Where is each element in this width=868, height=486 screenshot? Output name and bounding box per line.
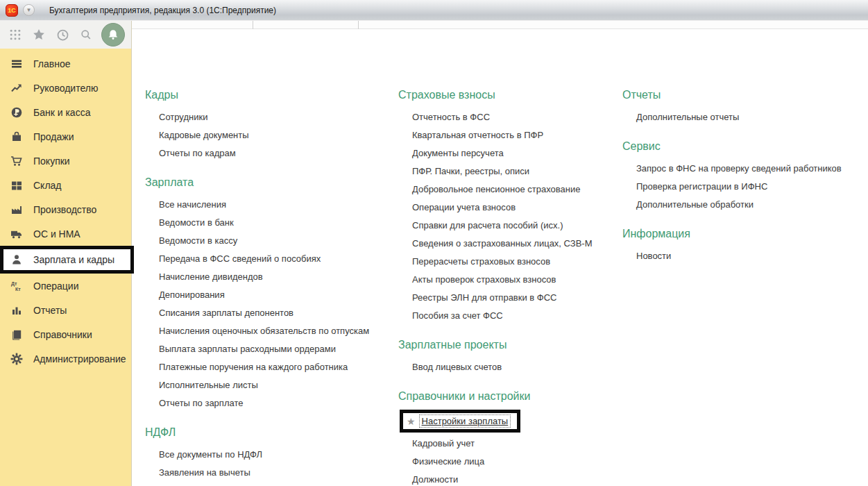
section-link-label: Ввод лицевых счетов xyxy=(412,362,502,372)
left-panel: ГлавноеРуководителюБанк и кассаПродажиПо… xyxy=(0,21,132,486)
cart-icon xyxy=(9,155,24,167)
section-link[interactable]: Начисления оценочных обязательств по отп… xyxy=(145,322,369,340)
section-link[interactable]: Физические лица xyxy=(398,453,593,471)
sidebar-item-reports[interactable]: Отчеты xyxy=(0,298,131,322)
section-title: Отчеты xyxy=(622,88,842,102)
sidebar-item-production[interactable]: Производство xyxy=(0,197,131,221)
1c-logo-text: 1С xyxy=(8,7,16,14)
sidebar-item-sales[interactable]: Продажи xyxy=(0,124,131,149)
sidebar-item-label: Руководителю xyxy=(33,83,98,94)
section-link[interactable]: Все начисления xyxy=(145,196,369,214)
section-link-label: Отчетность в ФСС xyxy=(412,112,490,122)
section-link[interactable]: Исполнительные листы xyxy=(145,376,369,394)
section-link[interactable]: Кадровый учет xyxy=(398,435,593,453)
section-title: Сервис xyxy=(622,140,842,153)
section-link-label: Запрос в ФНС на проверку сведений работн… xyxy=(636,163,842,174)
section-link[interactable]: Документы персучета xyxy=(398,144,593,162)
section-link[interactable]: Передача в ФСС сведений о пособиях xyxy=(145,250,369,268)
section-link[interactable]: Ввод лицевых счетов xyxy=(398,358,593,376)
section-link-label: Проверка регистрации в ИФНС xyxy=(636,181,767,192)
section-link[interactable]: Пособия за счет ФСС xyxy=(398,307,593,325)
section-link-label: Списания зарплаты депонентов xyxy=(159,308,293,318)
sidebar-item-operations[interactable]: ДтКтОперации xyxy=(0,274,131,298)
section-link[interactable]: Ведомости в кассу xyxy=(145,232,369,250)
sidebar-item-label: Справочники xyxy=(33,329,92,340)
sidebar-item-warehouse[interactable]: Склад xyxy=(0,173,131,197)
trend-icon xyxy=(9,82,24,94)
section-link[interactable]: Ведомости в банк xyxy=(145,214,369,232)
section-link-label: Квартальная отчетность в ПФР xyxy=(412,130,543,140)
section-link[interactable]: Депонирования xyxy=(145,286,369,304)
menu-section: ЗарплатаВсе начисленияВедомости в банкВе… xyxy=(145,176,369,412)
section-title: Информация xyxy=(622,227,842,241)
section-link[interactable]: Заявления на вычеты xyxy=(145,464,369,482)
section-link[interactable]: Новости xyxy=(622,247,842,265)
sidebar-item-os-nma[interactable]: ОС и НМА xyxy=(0,221,131,246)
section-link[interactable]: Все документы по НДФЛ xyxy=(145,446,369,464)
favorite-star-icon[interactable]: ★ xyxy=(407,417,416,426)
search-icon[interactable] xyxy=(78,26,94,43)
section-link[interactable]: Кадровые документы xyxy=(145,126,369,144)
book-icon xyxy=(9,328,24,341)
section-link[interactable]: Платежные поручения на каждого работника xyxy=(145,358,369,376)
sidebar-item-main[interactable]: Главное xyxy=(0,51,131,76)
menu-section: СервисЗапрос в ФНС на проверку сведений … xyxy=(622,140,842,214)
section-link[interactable]: Отчеты по кадрам xyxy=(145,144,369,162)
ruble-icon xyxy=(9,106,24,119)
favorites-star-icon[interactable] xyxy=(31,26,47,43)
section-link-label: Все документы по НДФЛ xyxy=(159,449,262,460)
sidebar-item-purchases[interactable]: Покупки xyxy=(0,149,131,173)
sidebar-item-label: Операции xyxy=(33,280,79,292)
section-link-label: Платежные поручения на каждого работника xyxy=(159,362,348,372)
section-link[interactable]: Перерасчеты страховых взносов xyxy=(398,253,593,271)
section-link[interactable]: Сотрудники xyxy=(145,108,369,126)
section-link[interactable]: Дополнительные отчеты xyxy=(622,108,842,126)
sidebar-item-label: Покупки xyxy=(33,156,70,167)
section-link[interactable]: Начисление дивидендов xyxy=(145,268,369,286)
section-link-label: Исполнительные листы xyxy=(159,380,258,390)
section-link[interactable]: Проверка регистрации в ИФНС xyxy=(622,178,842,196)
section-title: НДФЛ xyxy=(145,426,369,439)
sidebar-item-directories[interactable]: Справочники xyxy=(0,322,131,346)
sidebar-item-administration[interactable]: Администрирование xyxy=(0,346,131,371)
section-link[interactable]: Справки для расчета пособий (исх.) xyxy=(398,217,593,235)
bar-chart-icon xyxy=(9,304,24,317)
notifications-bell-icon[interactable] xyxy=(101,23,125,47)
menu-section: Страховые взносыОтчетность в ФССКварталь… xyxy=(398,88,593,325)
section-link-label: Реестры ЭЛН для отправки в ФСС xyxy=(412,292,557,303)
sidebar-item-bank-cash[interactable]: Банк и касса xyxy=(0,100,131,124)
function-panel: КадрыСотрудникиКадровые документыОтчеты … xyxy=(132,21,868,486)
section-link[interactable]: Добровольное пенсионное страхование xyxy=(398,181,593,199)
section-link[interactable]: Дополнительные обработки xyxy=(622,196,842,214)
section-link[interactable]: Отчетность в ФСС xyxy=(398,108,593,126)
section-link[interactable]: Операции учета взносов xyxy=(398,199,593,217)
section-link[interactable]: Должности xyxy=(398,471,593,486)
sidebar-item-salary-hr[interactable]: Зарплата и кадры xyxy=(0,246,134,274)
section-link[interactable]: Списания зарплаты депонентов xyxy=(145,304,369,322)
section-link[interactable]: Отчеты по зарплате xyxy=(145,394,369,412)
sidebar-item-manager[interactable]: Руководителю xyxy=(0,76,131,100)
section-link-label: Начисления оценочных обязательств по отп… xyxy=(159,326,369,336)
section-link-label: Документы персучета xyxy=(412,148,504,158)
section-link[interactable]: Реестры ЭЛН для отправки в ФСС xyxy=(398,289,593,307)
dtkt-icon: ДтКт xyxy=(9,280,24,292)
sidebar-item-label: Администрирование xyxy=(33,353,126,364)
history-icon[interactable] xyxy=(54,26,71,43)
window-system-menu-button[interactable]: ▼ xyxy=(23,4,35,16)
svg-text:Кт: Кт xyxy=(15,287,21,292)
section-link[interactable]: ПФР. Пачки, реестры, описи xyxy=(398,162,593,181)
section-link[interactable]: Сведения о застрахованных лицах, СЗВ-М xyxy=(398,235,593,253)
apps-grid-icon[interactable] xyxy=(7,26,24,43)
section-link-label: Операции учета взносов xyxy=(412,202,516,212)
truck-icon xyxy=(9,228,24,240)
section-link-label: Отчеты по кадрам xyxy=(159,148,236,158)
menu-column: Страховые взносыОтчетность в ФССКварталь… xyxy=(398,88,593,486)
section-link[interactable]: Квартальная отчетность в ПФР xyxy=(398,126,593,144)
section-link[interactable]: Запрос в ФНС на проверку сведений работн… xyxy=(622,160,842,178)
section-link[interactable]: Акты проверок страховых взносов xyxy=(398,271,593,289)
sidebar-item-label: Продажи xyxy=(33,131,74,142)
bag-icon xyxy=(9,131,24,143)
person-icon xyxy=(9,253,24,266)
section-link[interactable]: Выплата зарплаты расходными ордерами xyxy=(145,340,369,358)
section-link[interactable]: ★Настройки зарплаты xyxy=(400,410,593,433)
